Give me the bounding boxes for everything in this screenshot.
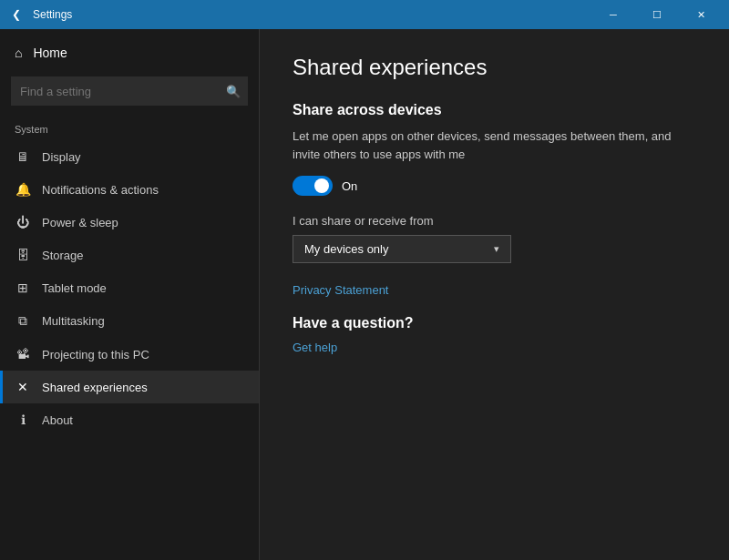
sidebar-item-storage-label: Storage bbox=[42, 249, 84, 262]
display-icon: 🖥 bbox=[15, 149, 31, 164]
sidebar-item-projecting-label: Projecting to this PC bbox=[42, 348, 149, 361]
sidebar-item-shared-label: Shared experiences bbox=[42, 381, 148, 394]
toggle-row: On bbox=[293, 176, 696, 196]
on-off-toggle[interactable] bbox=[293, 176, 333, 196]
dropdown-value: My devices only bbox=[304, 242, 388, 256]
app-title: Settings bbox=[33, 8, 72, 21]
notifications-icon: 🔔 bbox=[15, 182, 31, 197]
sidebar-item-tablet-label: Tablet mode bbox=[42, 281, 107, 295]
sidebar-item-tablet[interactable]: ⊞ Tablet mode bbox=[0, 271, 259, 304]
section-label: System bbox=[0, 117, 259, 140]
multitasking-icon: ⧉ bbox=[15, 313, 31, 329]
search-input[interactable] bbox=[11, 76, 248, 106]
app-body: ⌂ Home 🔍 System 🖥 Display 🔔 Notification… bbox=[0, 29, 729, 560]
sidebar-item-projecting[interactable]: 📽 Projecting to this PC bbox=[0, 338, 259, 371]
title-bar: ❮ Settings ─ ☐ ✕ bbox=[0, 0, 729, 29]
share-from-label: I can share or receive from bbox=[293, 214, 696, 228]
maximize-button[interactable]: ☐ bbox=[636, 0, 678, 29]
sidebar-item-multitasking[interactable]: ⧉ Multitasking bbox=[0, 304, 259, 338]
sidebar-item-notifications[interactable]: 🔔 Notifications & actions bbox=[0, 173, 259, 206]
close-button[interactable]: ✕ bbox=[680, 0, 722, 29]
sidebar-item-power[interactable]: ⏻ Power & sleep bbox=[0, 206, 259, 239]
share-dropdown[interactable]: My devices only ▾ bbox=[293, 235, 511, 263]
home-icon: ⌂ bbox=[15, 46, 22, 60]
toggle-label: On bbox=[342, 179, 357, 193]
get-help-link[interactable]: Get help bbox=[293, 341, 337, 354]
search-icon: 🔍 bbox=[226, 85, 241, 98]
window-controls: ─ ☐ ✕ bbox=[592, 0, 722, 29]
content-area: Shared experiences Share across devices … bbox=[260, 29, 729, 560]
minimize-button[interactable]: ─ bbox=[592, 0, 634, 29]
toggle-knob bbox=[314, 178, 329, 193]
page-title: Shared experiences bbox=[293, 55, 696, 80]
sidebar-item-display-label: Display bbox=[42, 150, 81, 164]
sidebar-item-home[interactable]: ⌂ Home bbox=[0, 36, 259, 69]
tablet-icon: ⊞ bbox=[15, 280, 31, 295]
sidebar-item-notifications-label: Notifications & actions bbox=[42, 183, 159, 197]
projecting-icon: 📽 bbox=[15, 347, 31, 361]
back-button[interactable]: ❮ bbox=[7, 5, 26, 24]
storage-icon: 🗄 bbox=[15, 248, 31, 262]
power-icon: ⏻ bbox=[15, 215, 31, 229]
title-bar-left: ❮ Settings bbox=[7, 5, 72, 24]
about-icon: ℹ bbox=[15, 412, 31, 427]
share-section-title: Share across devices bbox=[293, 102, 696, 118]
sidebar-item-power-label: Power & sleep bbox=[42, 216, 118, 229]
sidebar-item-about-label: About bbox=[42, 413, 73, 427]
chevron-down-icon: ▾ bbox=[494, 243, 499, 255]
privacy-statement-link[interactable]: Privacy Statement bbox=[293, 283, 389, 297]
sidebar-item-multitasking-label: Multitasking bbox=[42, 314, 105, 328]
sidebar-item-storage[interactable]: 🗄 Storage bbox=[0, 239, 259, 271]
home-label: Home bbox=[33, 46, 67, 60]
search-container: 🔍 bbox=[11, 76, 248, 106]
sidebar-item-about[interactable]: ℹ About bbox=[0, 403, 259, 436]
sidebar-item-shared[interactable]: ✕ Shared experiences bbox=[0, 371, 259, 403]
shared-icon: ✕ bbox=[15, 380, 31, 394]
sidebar: ⌂ Home 🔍 System 🖥 Display 🔔 Notification… bbox=[0, 29, 260, 560]
share-desc: Let me open apps on other devices, send … bbox=[293, 127, 696, 163]
question-title: Have a question? bbox=[293, 315, 696, 331]
sidebar-item-display[interactable]: 🖥 Display bbox=[0, 140, 259, 173]
